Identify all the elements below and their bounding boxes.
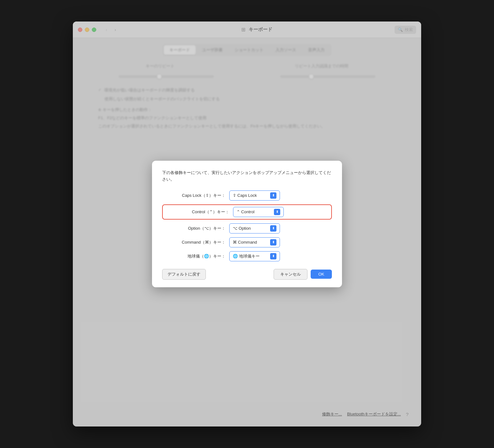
caps-lock-value: ⇪ Caps Lock <box>233 193 257 198</box>
help-icon[interactable]: ? <box>406 412 408 417</box>
cancel-button[interactable]: キャンセル <box>274 269 307 280</box>
control-label: Control（⌃）キー： <box>166 209 229 215</box>
option-select[interactable]: ⌥ Option ⬍ <box>229 223 280 233</box>
globe-label: 地球儀（🌐）キー： <box>162 253 225 259</box>
option-chevron: ⬍ <box>270 225 276 232</box>
caps-lock-select[interactable]: ⇪ Caps Lock ⬍ <box>229 190 280 201</box>
bluetooth-link[interactable]: Bluetoothキーボードを設定... <box>347 411 401 417</box>
caps-lock-row: Caps Lock（⇪）キー： ⇪ Caps Lock ⬍ <box>162 190 332 201</box>
control-value: ⌃ Control <box>237 209 255 214</box>
ok-button[interactable]: OK <box>311 270 332 279</box>
control-row-highlighted: Control（⌃）キー： ⌃ Control ⬍ <box>162 204 332 220</box>
command-select[interactable]: ⌘ Command ⬍ <box>229 237 280 247</box>
main-window: ‹ › ⊞ キーボード 🔍 検索 キーボード ユーザ辞書 ショートカット 入力ソ… <box>73 22 421 426</box>
modal-overlay: 下の各修飾キーについて、実行したいアクションをポップアップメニューから選択してく… <box>73 22 421 426</box>
globe-select[interactable]: 🌐 地球儀キー ⬍ <box>229 251 280 261</box>
globe-chevron: ⬍ <box>270 253 276 259</box>
globe-value: 🌐 地球儀キー <box>233 253 260 259</box>
command-label: Command（⌘）キー： <box>162 240 225 245</box>
globe-row: 地球儀（🌐）キー： 🌐 地球儀キー ⬍ <box>162 251 332 261</box>
option-label: Option（⌥）キー： <box>162 226 225 231</box>
command-chevron: ⬍ <box>270 239 276 246</box>
command-row: Command（⌘）キー： ⌘ Command ⬍ <box>162 237 332 247</box>
control-select[interactable]: ⌃ Control ⬍ <box>233 207 284 217</box>
modal-buttons: デフォルトに戻す キャンセル OK <box>162 269 332 280</box>
caps-lock-chevron: ⬍ <box>270 192 276 199</box>
option-row: Option（⌥）キー： ⌥ Option ⬍ <box>162 223 332 233</box>
control-chevron: ⬍ <box>274 209 280 215</box>
modifier-keys-link[interactable]: 修飾キー... <box>322 411 342 417</box>
option-value: ⌥ Option <box>233 226 251 231</box>
modal-description: 下の各修飾キーについて、実行したいアクションをポップアップメニューから選択してく… <box>162 170 332 183</box>
modifier-keys-modal: 下の各修飾キーについて、実行したいアクションをポップアップメニューから選択してく… <box>152 161 342 287</box>
default-button[interactable]: デフォルトに戻す <box>162 269 206 280</box>
bottom-area: 修飾キー... Bluetoothキーボードを設定... ? <box>322 411 408 417</box>
command-value: ⌘ Command <box>233 240 257 245</box>
caps-lock-label: Caps Lock（⇪）キー： <box>162 193 225 198</box>
